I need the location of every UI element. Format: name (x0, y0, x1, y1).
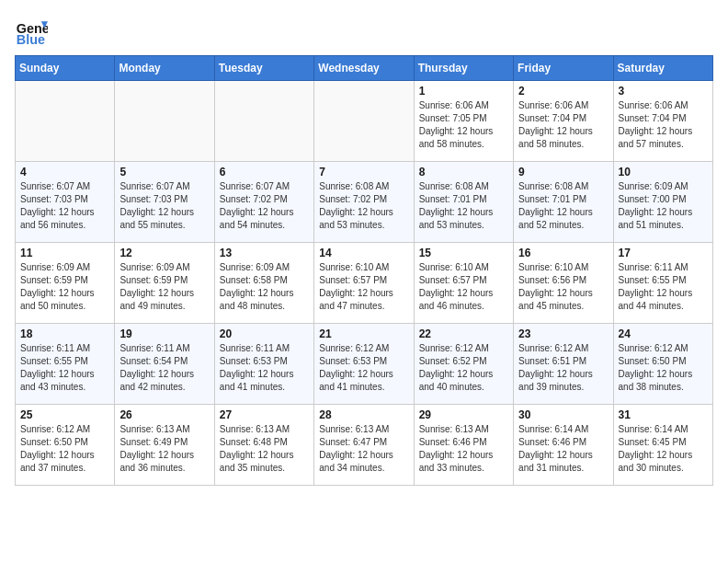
calendar-cell: 4Sunrise: 6:07 AMSunset: 7:03 PMDaylight… (16, 162, 115, 243)
day-info: Sunrise: 6:11 AMSunset: 6:53 PMDaylight:… (220, 342, 309, 394)
day-info: Sunrise: 6:06 AMSunset: 7:05 PMDaylight:… (419, 99, 508, 151)
day-info: Sunrise: 6:08 AMSunset: 7:01 PMDaylight:… (518, 180, 608, 232)
day-number: 8 (419, 166, 508, 178)
weekday-header: Monday (115, 56, 214, 81)
calendar-cell: 28Sunrise: 6:13 AMSunset: 6:47 PMDayligh… (314, 405, 414, 486)
day-info: Sunrise: 6:13 AMSunset: 6:49 PMDaylight:… (119, 423, 209, 475)
day-number: 13 (220, 247, 309, 259)
day-info: Sunrise: 6:12 AMSunset: 6:50 PMDaylight:… (20, 423, 109, 475)
calendar-week: 25Sunrise: 6:12 AMSunset: 6:50 PMDayligh… (16, 405, 713, 486)
day-info: Sunrise: 6:11 AMSunset: 6:55 PMDaylight:… (20, 342, 109, 394)
calendar-cell: 29Sunrise: 6:13 AMSunset: 6:46 PMDayligh… (414, 405, 513, 486)
day-info: Sunrise: 6:06 AMSunset: 7:04 PMDaylight:… (619, 99, 708, 151)
day-info: Sunrise: 6:09 AMSunset: 6:59 PMDaylight:… (20, 261, 109, 313)
day-number: 16 (518, 247, 608, 259)
calendar-cell: 11Sunrise: 6:09 AMSunset: 6:59 PMDayligh… (16, 243, 115, 324)
calendar-cell: 15Sunrise: 6:10 AMSunset: 6:57 PMDayligh… (414, 243, 513, 324)
day-number: 26 (119, 408, 209, 421)
day-number: 3 (619, 85, 708, 98)
day-info: Sunrise: 6:13 AMSunset: 6:48 PMDaylight:… (220, 423, 309, 475)
day-info: Sunrise: 6:12 AMSunset: 6:52 PMDaylight:… (419, 342, 508, 394)
calendar-cell: 12Sunrise: 6:09 AMSunset: 6:59 PMDayligh… (115, 243, 214, 324)
calendar-cell (214, 81, 313, 162)
day-info: Sunrise: 6:07 AMSunset: 7:03 PMDaylight:… (20, 180, 109, 232)
weekday-header: Saturday (613, 56, 712, 81)
calendar-cell: 22Sunrise: 6:12 AMSunset: 6:52 PMDayligh… (414, 324, 513, 405)
calendar-cell: 8Sunrise: 6:08 AMSunset: 7:01 PMDaylight… (414, 162, 513, 243)
calendar-cell: 7Sunrise: 6:08 AMSunset: 7:02 PMDaylight… (314, 162, 414, 243)
day-info: Sunrise: 6:13 AMSunset: 6:47 PMDaylight:… (319, 423, 408, 475)
calendar-week: 1Sunrise: 6:06 AMSunset: 7:05 PMDaylight… (16, 81, 713, 162)
calendar-cell: 25Sunrise: 6:12 AMSunset: 6:50 PMDayligh… (16, 405, 115, 486)
day-info: Sunrise: 6:09 AMSunset: 6:58 PMDaylight:… (220, 261, 309, 313)
weekday-header: Tuesday (214, 56, 313, 81)
day-number: 11 (20, 247, 109, 259)
day-info: Sunrise: 6:08 AMSunset: 7:02 PMDaylight:… (319, 180, 408, 232)
day-number: 21 (319, 327, 408, 340)
day-number: 22 (419, 327, 508, 340)
day-number: 18 (20, 327, 109, 340)
day-info: Sunrise: 6:12 AMSunset: 6:50 PMDaylight:… (619, 342, 708, 394)
day-number: 23 (518, 327, 608, 340)
day-number: 19 (119, 327, 209, 340)
day-number: 14 (319, 247, 408, 259)
day-info: Sunrise: 6:10 AMSunset: 6:56 PMDaylight:… (518, 261, 608, 313)
day-number: 31 (619, 408, 708, 421)
calendar-cell: 14Sunrise: 6:10 AMSunset: 6:57 PMDayligh… (314, 243, 414, 324)
calendar-cell (16, 81, 115, 162)
day-info: Sunrise: 6:07 AMSunset: 7:03 PMDaylight:… (119, 180, 209, 232)
calendar-cell: 23Sunrise: 6:12 AMSunset: 6:51 PMDayligh… (514, 324, 613, 405)
weekday-header: Thursday (414, 56, 513, 81)
day-info: Sunrise: 6:14 AMSunset: 6:45 PMDaylight:… (619, 423, 708, 475)
calendar-table: SundayMondayTuesdayWednesdayThursdayFrid… (15, 55, 713, 486)
calendar-header: SundayMondayTuesdayWednesdayThursdayFrid… (16, 56, 713, 81)
day-info: Sunrise: 6:13 AMSunset: 6:46 PMDaylight:… (419, 423, 508, 475)
day-info: Sunrise: 6:14 AMSunset: 6:46 PMDaylight:… (518, 423, 608, 475)
day-number: 24 (619, 327, 708, 340)
day-info: Sunrise: 6:10 AMSunset: 6:57 PMDaylight:… (319, 261, 408, 313)
calendar-week: 4Sunrise: 6:07 AMSunset: 7:03 PMDaylight… (16, 162, 713, 243)
day-info: Sunrise: 6:09 AMSunset: 6:59 PMDaylight:… (119, 261, 209, 313)
calendar-cell: 21Sunrise: 6:12 AMSunset: 6:53 PMDayligh… (314, 324, 414, 405)
calendar-cell: 16Sunrise: 6:10 AMSunset: 6:56 PMDayligh… (514, 243, 613, 324)
day-number: 27 (220, 408, 309, 421)
page-header: General Blue (15, 15, 713, 48)
logo: General Blue (15, 15, 48, 48)
calendar-cell: 17Sunrise: 6:11 AMSunset: 6:55 PMDayligh… (613, 243, 712, 324)
day-number: 25 (20, 408, 109, 421)
logo-icon: General Blue (15, 15, 48, 48)
day-number: 12 (119, 247, 209, 259)
calendar-cell (314, 81, 414, 162)
day-info: Sunrise: 6:12 AMSunset: 6:51 PMDaylight:… (518, 342, 608, 394)
calendar-cell: 2Sunrise: 6:06 AMSunset: 7:04 PMDaylight… (514, 81, 613, 162)
day-info: Sunrise: 6:10 AMSunset: 6:57 PMDaylight:… (419, 261, 508, 313)
calendar-cell: 13Sunrise: 6:09 AMSunset: 6:58 PMDayligh… (214, 243, 313, 324)
calendar-week: 11Sunrise: 6:09 AMSunset: 6:59 PMDayligh… (16, 243, 713, 324)
day-info: Sunrise: 6:11 AMSunset: 6:55 PMDaylight:… (619, 261, 708, 313)
weekday-header: Wednesday (314, 56, 414, 81)
weekday-header: Friday (514, 56, 613, 81)
calendar-cell: 3Sunrise: 6:06 AMSunset: 7:04 PMDaylight… (613, 81, 712, 162)
calendar-cell: 20Sunrise: 6:11 AMSunset: 6:53 PMDayligh… (214, 324, 313, 405)
day-number: 17 (619, 247, 708, 259)
day-number: 30 (518, 408, 608, 421)
calendar-cell: 19Sunrise: 6:11 AMSunset: 6:54 PMDayligh… (115, 324, 214, 405)
day-info: Sunrise: 6:12 AMSunset: 6:53 PMDaylight:… (319, 342, 408, 394)
day-number: 28 (319, 408, 408, 421)
day-number: 5 (119, 166, 209, 178)
calendar-cell: 30Sunrise: 6:14 AMSunset: 6:46 PMDayligh… (514, 405, 613, 486)
day-number: 4 (20, 166, 109, 178)
day-number: 10 (619, 166, 708, 178)
day-number: 20 (220, 327, 309, 340)
calendar-cell: 6Sunrise: 6:07 AMSunset: 7:02 PMDaylight… (214, 162, 313, 243)
day-number: 1 (419, 85, 508, 98)
day-number: 29 (419, 408, 508, 421)
calendar-week: 18Sunrise: 6:11 AMSunset: 6:55 PMDayligh… (16, 324, 713, 405)
day-number: 9 (518, 166, 608, 178)
calendar-cell: 26Sunrise: 6:13 AMSunset: 6:49 PMDayligh… (115, 405, 214, 486)
calendar-cell (115, 81, 214, 162)
day-number: 6 (220, 166, 309, 178)
calendar-cell: 5Sunrise: 6:07 AMSunset: 7:03 PMDaylight… (115, 162, 214, 243)
calendar-cell: 1Sunrise: 6:06 AMSunset: 7:05 PMDaylight… (414, 81, 513, 162)
day-number: 7 (319, 166, 408, 178)
